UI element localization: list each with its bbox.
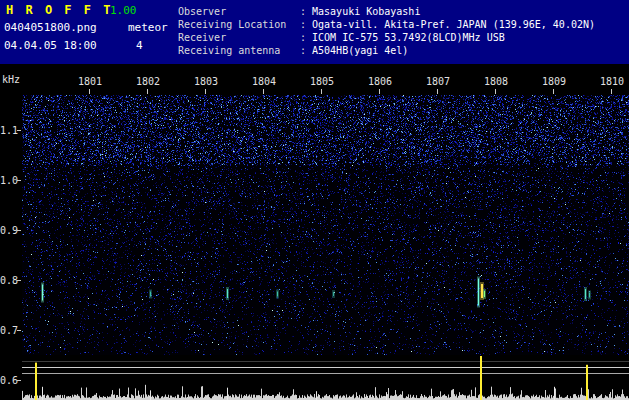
time-tick xyxy=(89,89,90,94)
info-row-location: Receiving Location:Ogata-vill. Akita-Pre… xyxy=(178,18,595,31)
freq-tick xyxy=(17,130,21,131)
freq-tick xyxy=(17,330,21,331)
hrofft-output: H R O F F T 1.00 0404051800.png meteor 0… xyxy=(0,0,629,400)
info-label: Receiver xyxy=(178,31,300,44)
output-filename: 0404051800.png xyxy=(4,21,97,34)
time-tick-label: 1808 xyxy=(482,76,510,87)
freq-tick-label: 1.0 xyxy=(0,175,16,186)
freq-tick xyxy=(17,280,21,281)
info-label: Receiving Location xyxy=(178,18,300,31)
time-tick xyxy=(611,89,612,94)
info-colon: : xyxy=(300,45,306,56)
freq-tick xyxy=(17,380,21,381)
datetime-label: 04.04.05 18:00 xyxy=(4,39,97,52)
time-tick xyxy=(147,89,148,94)
freq-tick-label: 0.8 xyxy=(0,275,16,286)
time-tick xyxy=(205,89,206,94)
info-row-receiver: Receiver:ICOM IC-575 53.7492(8LCD)MHz US… xyxy=(178,31,595,44)
freq-tick-label: 1.1 xyxy=(0,125,16,136)
info-colon: : xyxy=(300,19,306,30)
freq-tick-label: 0.9 xyxy=(0,225,16,236)
time-tick xyxy=(437,89,438,94)
time-tick-label: 1806 xyxy=(366,76,394,87)
time-tick-label: 1810 xyxy=(598,76,626,87)
time-tick xyxy=(495,89,496,94)
time-tick-label: 1802 xyxy=(134,76,162,87)
app-logo: H R O F F T xyxy=(6,3,113,17)
info-label: Observer xyxy=(178,5,300,18)
station-info: Observer:Masayuki Kobayashi Receiving Lo… xyxy=(178,5,595,57)
time-tick xyxy=(263,89,264,94)
time-tick-label: 1805 xyxy=(308,76,336,87)
level-plot-canvas xyxy=(22,352,629,400)
info-value: Ogata-vill. Akita-Pref. JAPAN (139.96E, … xyxy=(312,19,595,30)
info-value: A504HB(yagi 4el) xyxy=(312,45,408,56)
freq-tick xyxy=(17,180,21,181)
time-tick-label: 1807 xyxy=(424,76,452,87)
echo-count: 4 xyxy=(136,39,143,52)
info-row-antenna: Receiving antenna:A504HB(yagi 4el) xyxy=(178,44,595,57)
time-tick-label: 1803 xyxy=(192,76,220,87)
time-tick xyxy=(321,89,322,94)
spectrogram-canvas xyxy=(22,95,629,355)
time-tick-label: 1804 xyxy=(250,76,278,87)
info-colon: : xyxy=(300,6,306,17)
time-tick-label: 1801 xyxy=(76,76,104,87)
info-label: Receiving antenna xyxy=(178,44,300,57)
time-tick-label: 1809 xyxy=(540,76,568,87)
freq-tick-label: 0.7 xyxy=(0,325,16,336)
app-version: 1.00 xyxy=(110,4,137,17)
freq-tick xyxy=(17,230,21,231)
header-bar: H R O F F T 1.00 0404051800.png meteor 0… xyxy=(0,0,629,64)
info-colon: : xyxy=(300,32,306,43)
time-tick xyxy=(379,89,380,94)
mode-label: meteor xyxy=(128,21,168,34)
time-tick xyxy=(553,89,554,94)
info-value: Masayuki Kobayashi xyxy=(312,6,420,17)
info-row-observer: Observer:Masayuki Kobayashi xyxy=(178,5,595,18)
freq-unit-label: kHz xyxy=(2,74,20,85)
info-value: ICOM IC-575 53.7492(8LCD)MHz USB xyxy=(312,32,505,43)
freq-tick-label: 0.6 xyxy=(0,375,16,386)
